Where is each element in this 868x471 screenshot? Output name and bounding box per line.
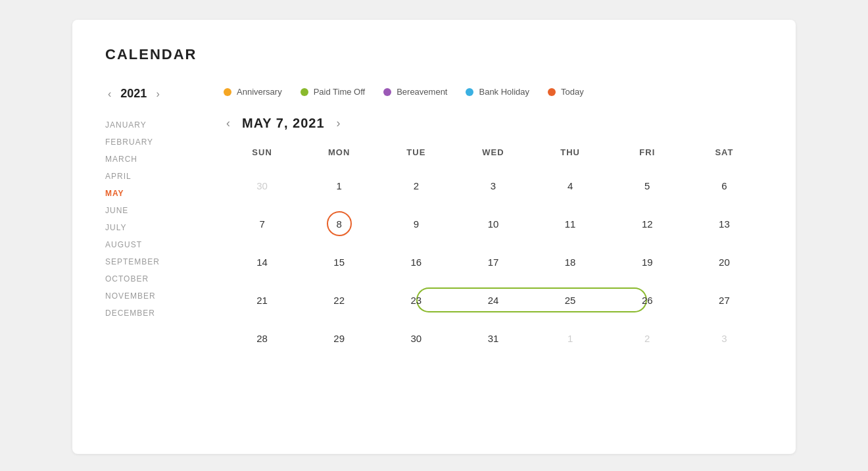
calendar-day-cell[interactable]: 23 (377, 281, 454, 319)
sidebar-month-item[interactable]: DECEMBER (105, 305, 197, 322)
calendar-day-cell[interactable]: 12 (609, 205, 686, 243)
weekday-header-cell: WED (454, 147, 531, 166)
next-year-button[interactable]: › (153, 87, 162, 101)
calendar-day-cell[interactable]: 17 (454, 243, 531, 281)
calendar-day-cell[interactable]: 14 (224, 243, 301, 281)
calendar-week-row: 21222324252627 (224, 281, 763, 319)
calendar-day-cell[interactable]: 28 (224, 319, 301, 357)
calendar-day-cell[interactable]: 1 (532, 319, 609, 357)
legend: AnniversaryPaid Time OffBereavementBank … (224, 87, 763, 97)
year-label: 2021 (120, 87, 147, 101)
day-number: 3 (711, 326, 736, 351)
calendar-grid: SUNMONTUEWEDTHUFRISAT 301234567891011121… (224, 147, 763, 357)
sidebar-month-item[interactable]: FEBRUARY (105, 134, 197, 151)
day-number: 19 (635, 249, 660, 274)
legend-label: Today (561, 87, 584, 97)
day-number: 2 (404, 173, 429, 198)
day-number: 21 (250, 287, 275, 312)
day-number: 28 (250, 326, 275, 351)
calendar-day-cell[interactable]: 25 (532, 281, 609, 319)
sidebar-month-item[interactable]: SEPTEMBER (105, 253, 197, 270)
month-title: MAY 7, 2021 (242, 116, 325, 131)
sidebar: ‹ 2021 › JANUARYFEBRUARYMARCHAPRILMAYJUN… (105, 87, 197, 357)
calendar-day-cell[interactable]: 20 (686, 243, 763, 281)
legend-item: Today (548, 87, 584, 97)
day-number: 7 (250, 211, 275, 236)
weekday-header-cell: FRI (609, 147, 686, 166)
day-number: 1 (558, 326, 583, 351)
sidebar-month-item[interactable]: APRIL (105, 168, 197, 185)
calendar-day-cell[interactable]: 2 (609, 319, 686, 357)
calendar-day-cell[interactable]: 4 (532, 166, 609, 205)
sidebar-month-item[interactable]: JULY (105, 219, 197, 236)
legend-dot (301, 88, 308, 96)
month-nav: ‹ MAY 7, 2021 › (224, 115, 763, 132)
page-title: CALENDAR (105, 46, 763, 63)
calendar-week-row: 14151617181920 (224, 243, 763, 281)
calendar-day-cell[interactable]: 10 (454, 205, 531, 243)
day-number: 25 (558, 287, 583, 312)
calendar-day-cell[interactable]: 24 (454, 281, 531, 319)
calendar-day-cell[interactable]: 7 (224, 205, 301, 243)
year-nav: ‹ 2021 › (105, 87, 197, 101)
calendar-day-cell[interactable]: 5 (609, 166, 686, 205)
day-number: 9 (404, 211, 429, 236)
calendar-day-cell[interactable]: 15 (301, 243, 377, 281)
calendar-day-cell[interactable]: 19 (609, 243, 686, 281)
day-number: 30 (250, 173, 275, 198)
calendar-day-cell[interactable]: 21 (224, 281, 301, 319)
sidebar-month-item[interactable]: MARCH (105, 151, 197, 168)
sidebar-month-item[interactable]: NOVEMBER (105, 287, 197, 305)
day-number: 27 (711, 287, 736, 312)
sidebar-month-item[interactable]: JUNE (105, 202, 197, 219)
next-month-button[interactable]: › (334, 115, 343, 132)
calendar-day-cell[interactable]: 1 (301, 166, 377, 205)
calendar-day-cell[interactable]: 31 (454, 319, 531, 357)
weekday-header-cell: SUN (224, 147, 301, 166)
day-number: 17 (481, 249, 506, 274)
weekday-header-cell: SAT (686, 147, 763, 166)
calendar-day-cell[interactable]: 30 (377, 319, 454, 357)
calendar-week-row: 78910111213 (224, 205, 763, 243)
calendar-day-cell[interactable]: 27 (686, 281, 763, 319)
day-number: 12 (635, 211, 660, 236)
calendar-day-cell[interactable]: 13 (686, 205, 763, 243)
day-number: 6 (711, 173, 736, 198)
sidebar-month-item[interactable]: MAY (105, 185, 197, 202)
day-number: 10 (481, 211, 506, 236)
sidebar-month-item[interactable]: AUGUST (105, 236, 197, 253)
legend-label: Paid Time Off (314, 87, 366, 97)
calendar-day-cell[interactable]: 18 (532, 243, 609, 281)
calendar-day-cell[interactable]: 22 (301, 281, 377, 319)
calendar-day-cell[interactable]: 29 (301, 319, 377, 357)
calendar-day-cell[interactable]: 6 (686, 166, 763, 205)
calendar-day-cell[interactable]: 26 (609, 281, 686, 319)
day-number: 3 (481, 173, 506, 198)
calendar-day-cell[interactable]: 11 (532, 205, 609, 243)
calendar-day-cell[interactable]: 2 (377, 166, 454, 205)
prev-month-button[interactable]: ‹ (224, 115, 233, 132)
day-number: 26 (635, 287, 660, 312)
calendar-main: AnniversaryPaid Time OffBereavementBank … (224, 87, 763, 357)
calendar-day-cell[interactable]: 16 (377, 243, 454, 281)
day-number: 5 (635, 173, 660, 198)
legend-item: Bank Holiday (466, 87, 529, 97)
calendar-day-cell[interactable]: 3 (686, 319, 763, 357)
day-number: 8 (327, 211, 352, 236)
calendar-day-cell[interactable]: 3 (454, 166, 531, 205)
day-number: 4 (558, 173, 583, 198)
sidebar-month-item[interactable]: OCTOBER (105, 270, 197, 287)
calendar-day-cell[interactable]: 8 (301, 205, 377, 243)
calendar-day-cell[interactable]: 30 (224, 166, 301, 205)
day-number: 29 (327, 326, 352, 351)
legend-label: Bank Holiday (479, 87, 529, 97)
legend-item: Bereavement (383, 87, 447, 97)
legend-label: Anniversary (237, 87, 282, 97)
day-number: 16 (404, 249, 429, 274)
legend-item: Paid Time Off (301, 87, 366, 97)
sidebar-month-item[interactable]: JANUARY (105, 116, 197, 134)
legend-dot (548, 88, 556, 96)
prev-year-button[interactable]: ‹ (105, 87, 114, 101)
weekday-header-cell: TUE (377, 147, 454, 166)
calendar-day-cell[interactable]: 9 (377, 205, 454, 243)
